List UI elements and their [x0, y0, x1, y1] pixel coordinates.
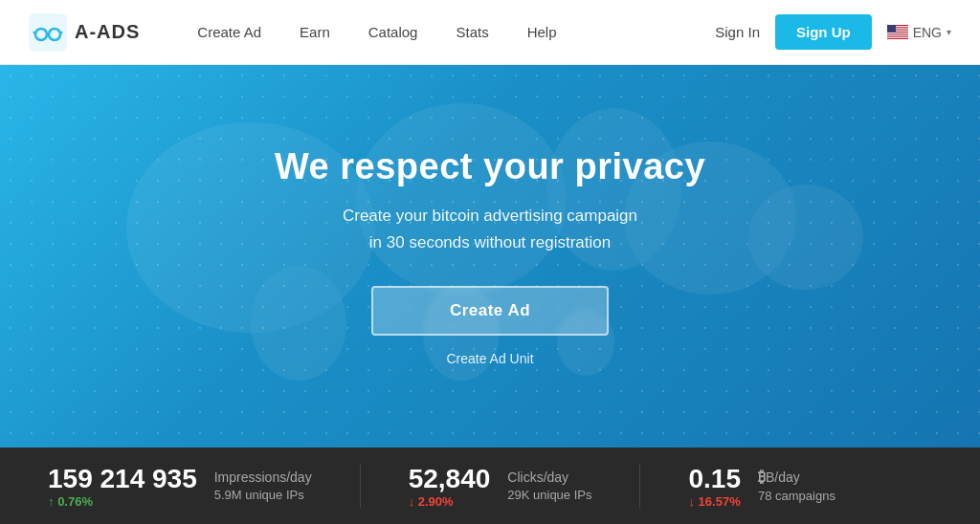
hero-subtitle: Create your bitcoin advertising campaign… [275, 203, 705, 254]
stat-group-impressions: 159 214 935 0.76% Impressions/day 5.9M u… [48, 464, 361, 509]
stat-clicks-detail: Clicks/day 29K unique IPs [507, 469, 591, 502]
logo-link[interactable]: A-ADS [29, 13, 140, 52]
hero-section: We respect your privacy Create your bitc… [0, 65, 980, 448]
stat-btc-number: 0.15 16.57% [688, 464, 741, 509]
stats-bar: 159 214 935 0.76% Impressions/day 5.9M u… [0, 448, 980, 524]
stat-btc-sub: 78 campaigns [758, 489, 835, 503]
svg-rect-11 [887, 34, 908, 35]
stat-clicks-number: 52,840 2.90% [409, 464, 491, 509]
stat-group-btc: 0.15 16.57% ₿B/day 78 campaigns [688, 464, 835, 509]
stat-clicks-sub: 29K unique IPs [507, 488, 591, 502]
logo-text: A-ADS [75, 21, 140, 43]
nav-earn[interactable]: Earn [300, 24, 330, 40]
stat-btc-detail: ₿B/day 78 campaigns [758, 469, 835, 503]
stat-btc-label: ₿B/day [758, 469, 835, 486]
svg-rect-12 [887, 37, 908, 38]
stat-impressions-label: Impressions/day [214, 469, 312, 485]
stat-impressions-detail: Impressions/day 5.9M unique IPs [214, 469, 312, 502]
navbar: A-ADS Create Ad Earn Catalog Stats Help … [0, 0, 980, 65]
nav-help[interactable]: Help [527, 24, 557, 40]
nav-right: Sign In Sign Up ENG ▾ [715, 14, 951, 50]
stat-clicks-label: Clicks/day [507, 469, 591, 485]
signup-button[interactable]: Sign Up [775, 14, 872, 50]
stat-impressions-sub: 5.9M unique IPs [214, 488, 312, 502]
btc-symbol-icon: ₿ [758, 469, 766, 485]
nav-catalog[interactable]: Catalog [368, 24, 418, 40]
svg-point-18 [748, 185, 863, 290]
lang-chevron-icon: ▾ [947, 27, 951, 37]
nav-stats[interactable]: Stats [456, 24, 488, 40]
create-ad-button[interactable]: Create Ad [371, 286, 609, 336]
hero-title: We respect your privacy [275, 146, 705, 187]
stat-group-clicks: 52,840 2.90% Clicks/day 29K unique IPs [409, 464, 641, 509]
stat-clicks-change: 2.90% [409, 494, 491, 509]
svg-rect-10 [887, 33, 908, 33]
language-selector[interactable]: ENG ▾ [887, 25, 951, 40]
create-ad-unit-link[interactable]: Create Ad Unit [275, 351, 705, 366]
lang-label: ENG [913, 25, 942, 40]
nav-links: Create Ad Earn Catalog Stats Help [197, 24, 715, 40]
svg-rect-13 [887, 25, 896, 33]
nav-create-ad[interactable]: Create Ad [197, 24, 261, 40]
stat-impressions-number: 159 214 935 0.76% [48, 464, 197, 509]
hero-subtitle-line1: Create your bitcoin advertising campaign [343, 207, 637, 225]
flag-icon [887, 25, 908, 39]
signin-button[interactable]: Sign In [715, 24, 760, 40]
stat-impressions-change: 0.76% [48, 494, 197, 509]
stat-btc-change: 16.57% [688, 494, 741, 509]
hero-subtitle-line2: in 30 seconds without registration [369, 233, 611, 251]
hero-content: We respect your privacy Create your bitc… [275, 146, 705, 365]
logo-icon [29, 13, 67, 52]
